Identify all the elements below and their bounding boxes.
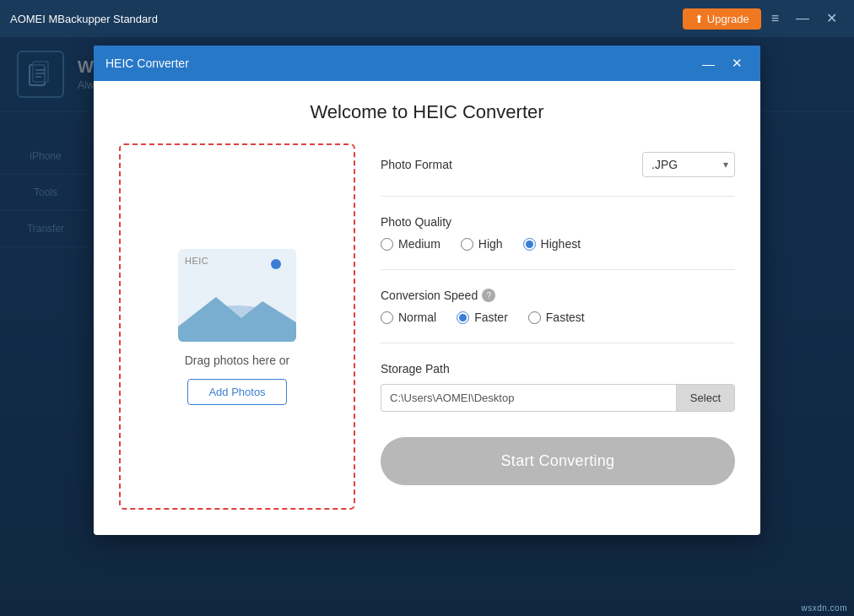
photo-quality-row: Photo Quality Medium High xyxy=(381,215,735,251)
quality-high-radio[interactable] xyxy=(461,238,473,251)
heic-converter-dialog: HEIC Converter — ✕ Welcome to HEIC Conve… xyxy=(94,46,760,535)
drag-photos-text: Drag photos here or xyxy=(185,354,290,367)
speed-fastest-radio[interactable] xyxy=(528,311,541,324)
speed-fastest-label: Fastest xyxy=(546,311,585,324)
divider-1 xyxy=(381,196,735,197)
title-bar-right: ⬆ Upgrade ≡ — ✕ xyxy=(683,8,844,30)
app-title-bar-left: AOMEI MBackupper Standard xyxy=(10,13,158,25)
dialog-overlay: HEIC Converter — ✕ Welcome to HEIC Conve… xyxy=(0,37,854,616)
divider-3 xyxy=(381,343,735,343)
quality-high-option[interactable]: High xyxy=(461,237,503,251)
storage-input-group: Select xyxy=(381,384,735,412)
speed-faster-label: Faster xyxy=(474,311,508,324)
app-title-label: AOMEI MBackupper Standard xyxy=(10,13,158,25)
photo-format-select-wrapper[interactable]: .JPG .PNG xyxy=(642,152,735,177)
quality-medium-option[interactable]: Medium xyxy=(381,237,441,251)
quality-high-label: High xyxy=(478,237,503,251)
conversion-speed-label: Conversion Speed ? xyxy=(381,289,495,302)
photo-format-select[interactable]: .JPG .PNG xyxy=(642,152,735,177)
dialog-close-button[interactable]: ✕ xyxy=(726,54,749,73)
conversion-speed-radio-group: Normal Faster Fastest xyxy=(381,311,585,324)
quality-highest-option[interactable]: Highest xyxy=(523,237,581,251)
start-converting-button[interactable]: Start Converting xyxy=(381,437,735,485)
quality-medium-radio[interactable] xyxy=(381,238,393,251)
quality-medium-label: Medium xyxy=(398,237,441,251)
close-button[interactable]: ✕ xyxy=(819,8,844,29)
divider-2 xyxy=(381,269,735,270)
speed-normal-radio[interactable] xyxy=(381,311,393,324)
photo-quality-label: Photo Quality xyxy=(381,215,451,229)
watermark: wsxdn.com xyxy=(801,603,847,613)
minimize-button[interactable]: — xyxy=(789,8,816,29)
heic-dot-decoration xyxy=(271,259,281,269)
dialog-body: Welcome to HEIC Converter HEIC Drag phot… xyxy=(94,81,760,535)
storage-path-input[interactable] xyxy=(381,384,676,412)
storage-path-label: Storage Path xyxy=(381,362,735,376)
help-icon[interactable]: ? xyxy=(482,289,495,302)
speed-faster-option[interactable]: Faster xyxy=(457,311,508,324)
dialog-minimize-button[interactable]: — xyxy=(696,54,721,73)
dialog-title: HEIC Converter xyxy=(105,57,189,70)
photo-drop-zone[interactable]: HEIC Drag photos here or Add Photos xyxy=(119,143,355,510)
storage-select-button[interactable]: Select xyxy=(676,384,735,412)
speed-normal-option[interactable]: Normal xyxy=(381,311,436,324)
photo-format-row: Photo Format .JPG .PNG xyxy=(381,152,735,177)
upgrade-button[interactable]: ⬆ Upgrade xyxy=(683,8,760,30)
dialog-win-buttons: — ✕ xyxy=(696,54,749,73)
dialog-titlebar: HEIC Converter — ✕ xyxy=(94,46,760,81)
speed-faster-radio[interactable] xyxy=(457,311,469,324)
photo-quality-radio-group: Medium High Highest xyxy=(381,237,581,251)
settings-panel: Photo Format .JPG .PNG Photo xyxy=(381,143,735,510)
menu-button[interactable]: ≡ xyxy=(765,8,786,29)
dialog-content: HEIC Drag photos here or Add Photos xyxy=(119,143,735,510)
dialog-heading: Welcome to HEIC Converter xyxy=(119,101,735,123)
photo-format-label-row: Photo Format .JPG .PNG xyxy=(381,152,735,177)
photo-format-label: Photo Format xyxy=(381,158,452,171)
conversion-speed-row: Conversion Speed ? Normal Faster xyxy=(381,289,735,324)
speed-normal-label: Normal xyxy=(398,311,436,324)
heic-preview-image: HEIC xyxy=(178,249,296,342)
conversion-speed-text: Conversion Speed xyxy=(381,289,478,302)
heic-image-svg xyxy=(178,276,296,342)
speed-fastest-option[interactable]: Fastest xyxy=(528,311,585,324)
title-bar: AOMEI MBackupper Standard ⬆ Upgrade ≡ — … xyxy=(0,0,854,37)
heic-file-label: HEIC xyxy=(185,256,208,266)
add-photos-button[interactable]: Add Photos xyxy=(187,379,286,405)
quality-highest-radio[interactable] xyxy=(523,238,536,251)
svg-marker-6 xyxy=(178,297,296,342)
storage-path-row: Storage Path Select xyxy=(381,362,735,412)
quality-highest-label: Highest xyxy=(541,237,581,251)
